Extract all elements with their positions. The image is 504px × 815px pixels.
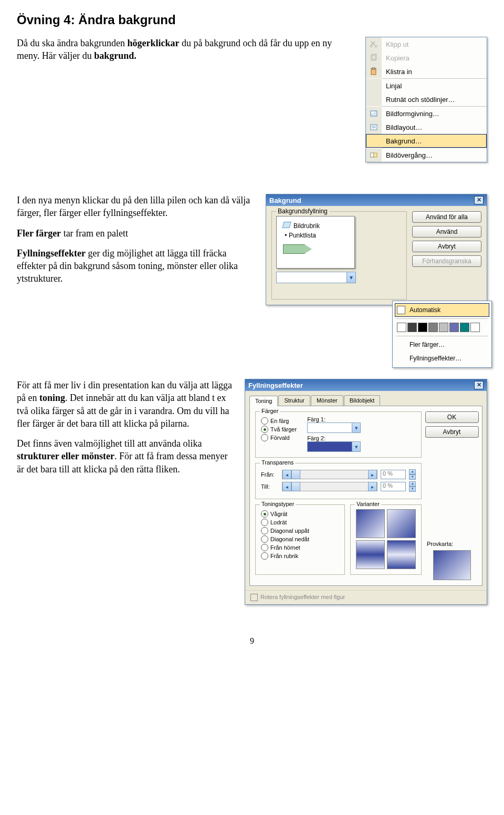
- group-gradient-types: Toningstyper Vågrät Lodrät Diagonal uppå…: [255, 504, 345, 575]
- close-icon[interactable]: ✕: [474, 381, 484, 389]
- variant-3[interactable]: [356, 540, 385, 569]
- to-value[interactable]: 0 %: [381, 482, 406, 491]
- radio-from-corner[interactable]: Från hörnet: [261, 544, 339, 551]
- color-swatch[interactable]: [397, 323, 406, 332]
- radio-horizontal[interactable]: Vågrät: [261, 510, 339, 518]
- apply-all-button[interactable]: Använd för alla: [412, 211, 481, 223]
- menu-item-background[interactable]: Bakgrund…: [366, 134, 487, 148]
- menu-item-transition[interactable]: Bildövergång…: [366, 148, 487, 162]
- slider-thumb[interactable]: [291, 482, 300, 491]
- tab-toning[interactable]: Toning: [249, 396, 278, 406]
- group-legend: Toningstyper: [260, 501, 296, 507]
- arrow-right-icon[interactable]: ▸: [368, 470, 377, 479]
- ok-button[interactable]: OK: [425, 411, 479, 423]
- radio-vertical[interactable]: Lodrät: [261, 519, 339, 526]
- preview-button[interactable]: Förhandsgranska: [412, 255, 481, 267]
- menu-item-copy[interactable]: Kopiera: [366, 51, 487, 65]
- label-color1: Färg 1:: [307, 416, 361, 422]
- slider-thumb[interactable]: [291, 470, 300, 479]
- tab-struktur[interactable]: Struktur: [278, 395, 310, 406]
- tab-strip: Toning Struktur Mönster Bildobjekt: [249, 395, 482, 406]
- arrow-left-icon[interactable]: ◂: [282, 482, 291, 491]
- menu-label: Klistra in: [382, 68, 487, 76]
- tab-monster[interactable]: Mönster: [311, 395, 343, 406]
- variant-1[interactable]: [356, 509, 385, 538]
- color-swatch[interactable]: [460, 323, 469, 332]
- menu-item-ruler[interactable]: Linjal: [366, 79, 487, 92]
- to-slider[interactable]: ◂ ▸: [282, 482, 377, 491]
- dialog-titlebar[interactable]: Fyllningseffekter ✕: [245, 379, 487, 391]
- close-icon[interactable]: ✕: [474, 196, 484, 204]
- svg-rect-11: [371, 153, 374, 157]
- color-auto-item[interactable]: Automatisk: [395, 303, 489, 317]
- variant-4[interactable]: [387, 540, 416, 569]
- separator: [396, 336, 488, 336]
- radio-icon: [261, 434, 268, 441]
- color-swatch[interactable]: [407, 323, 417, 332]
- from-value[interactable]: 0 %: [381, 470, 406, 479]
- group-colors: Färger En färg Två färger Förvald Färg 1…: [255, 411, 422, 458]
- radio-from-title[interactable]: Från rubrik: [261, 552, 339, 560]
- color-swatch[interactable]: [418, 323, 427, 332]
- color-swatch[interactable]: [439, 323, 448, 332]
- apply-button[interactable]: Använd: [412, 226, 481, 238]
- tab-bildobjekt[interactable]: Bildobjekt: [344, 395, 381, 406]
- spinner[interactable]: ▴▾: [409, 481, 416, 492]
- label: Fler färger…: [410, 341, 445, 348]
- radio-icon: [261, 527, 268, 534]
- radio-preset[interactable]: Förvald: [261, 434, 297, 441]
- text-bold: högerklickar: [127, 38, 179, 48]
- label: Lodrät: [270, 519, 287, 525]
- color1-dropdown[interactable]: ▾: [307, 422, 361, 433]
- dialog-title: Fyllningseffekter: [248, 381, 303, 389]
- text: I den nya menyn klickar du på den lilla …: [17, 194, 253, 220]
- radio-diag-down[interactable]: Diagonal nedåt: [261, 535, 339, 543]
- from-slider[interactable]: ◂ ▸: [282, 470, 377, 479]
- color-swatch[interactable]: [449, 323, 459, 332]
- label: Automatisk: [410, 306, 440, 314]
- checkbox-icon[interactable]: [250, 594, 258, 601]
- menu-item-design[interactable]: Bildformgivning…: [366, 107, 487, 120]
- menu-item-layout[interactable]: Bildlayout…: [366, 120, 487, 134]
- arrow-up-icon[interactable]: ▴: [409, 469, 416, 474]
- label-sample: Provkarta:: [427, 541, 453, 547]
- background-fill-dropdown[interactable]: ▾: [276, 272, 356, 283]
- color-picker-popup: Automatisk Fler färger…: [392, 301, 492, 368]
- menu-label: Kopiera: [382, 54, 487, 62]
- dialog-titlebar[interactable]: Bakgrund ✕: [266, 194, 487, 206]
- menu-item-grid[interactable]: Rutnät och stödlinjer…: [366, 92, 487, 106]
- sample-preview: [433, 550, 471, 580]
- background-dialog: Bakgrund ✕ Bakgrundsfyllning Bildrubrik …: [266, 194, 487, 305]
- layout-icon: [370, 123, 378, 131]
- text-bold: bakgrund.: [94, 50, 136, 61]
- more-colors-item[interactable]: Fler färger…: [395, 338, 489, 352]
- cancel-button[interactable]: Avbryt: [425, 426, 479, 438]
- text-bold: toning: [39, 393, 65, 403]
- separator: [396, 318, 488, 319]
- radio-two-colors[interactable]: Två färger: [261, 426, 297, 433]
- radio-one-color[interactable]: En färg: [261, 417, 297, 425]
- color-swatch[interactable]: [470, 323, 480, 332]
- variant-2[interactable]: [387, 509, 416, 538]
- fill-effects-item[interactable]: Fyllningseffekter…: [395, 352, 489, 365]
- page-title: Övning 4: Ändra bakgrund: [17, 13, 487, 27]
- color2-dropdown[interactable]: ▾: [307, 441, 361, 452]
- label: En färg: [270, 418, 289, 424]
- arrow-left-icon[interactable]: ◂: [282, 470, 291, 479]
- menu-item-paste[interactable]: Klistra in: [366, 65, 487, 78]
- arrow-up-icon[interactable]: ▴: [409, 481, 416, 487]
- menu-label: Linjal: [382, 82, 487, 90]
- group-legend: Färger: [260, 408, 280, 414]
- arrow-down-icon[interactable]: ▾: [409, 487, 416, 492]
- spinner[interactable]: ▴▾: [409, 469, 416, 480]
- radio-diag-up[interactable]: Diagonal uppåt: [261, 527, 339, 534]
- cancel-button[interactable]: Avbryt: [412, 241, 481, 252]
- menu-item-cut[interactable]: Klipp ut: [366, 37, 487, 51]
- arrow-down-icon[interactable]: ▾: [409, 474, 416, 480]
- label-from: Från:: [261, 471, 279, 478]
- label: Vågrät: [270, 511, 287, 517]
- scissors-icon: [370, 40, 378, 48]
- intro-paragraph: Då du ska ändra bakgrunden högerklickar …: [17, 37, 353, 70]
- arrow-right-icon[interactable]: ▸: [368, 482, 377, 491]
- color-swatch[interactable]: [428, 323, 438, 332]
